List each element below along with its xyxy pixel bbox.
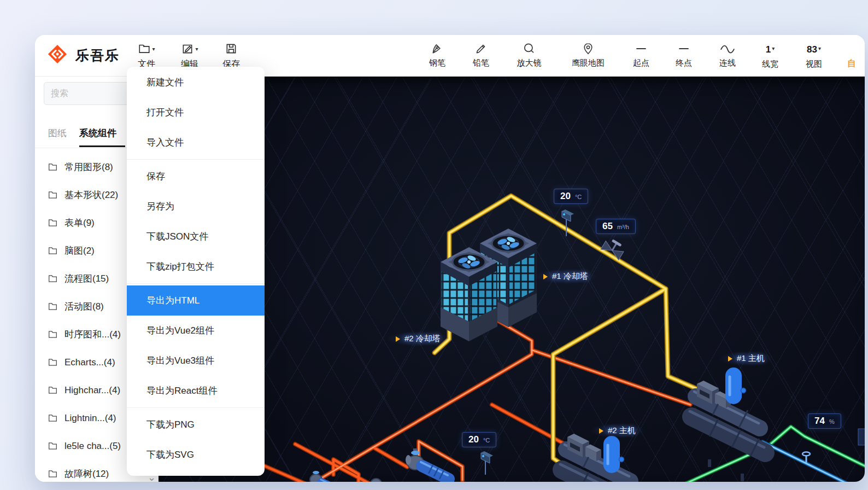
menu-item-new-file[interactable]: 新建文件 <box>127 67 265 97</box>
menu-item-download-zip[interactable]: 下载zip打包文件 <box>127 252 265 282</box>
tag-cooling-tower-2[interactable]: #2 冷却塔 <box>387 331 449 346</box>
folder-icon <box>48 302 57 311</box>
brand[interactable]: 乐吾乐 <box>47 44 120 67</box>
category-label: 故障树(12) <box>64 468 109 480</box>
menu-item-export-react[interactable]: 导出为React组件 <box>127 376 265 406</box>
category-label: 基本形状(22) <box>64 189 118 201</box>
menu-item-download-png[interactable]: 下载为PNG <box>127 410 265 440</box>
tag-chiller-1[interactable]: #1 主机 <box>719 351 773 366</box>
folder-icon <box>48 442 57 450</box>
folder-icon <box>48 219 57 227</box>
pipe-blue[interactable] <box>763 442 865 482</box>
tag-label: #1 主机 <box>737 353 765 364</box>
temp-chip-1[interactable]: 20 °C <box>554 189 588 204</box>
tool-view-label: 视图 <box>806 59 822 69</box>
folder-icon: ▾ <box>138 40 155 57</box>
category-label: le5le cha...(5) <box>64 441 121 452</box>
cooling-tower-2[interactable]: 乐吾乐 <box>441 247 497 341</box>
menu-edit[interactable]: ▾ 编辑 <box>169 40 210 70</box>
tool-start-label: 起点 <box>633 58 649 68</box>
tool-minimap[interactable]: 鹰眼地图 <box>572 40 605 68</box>
tool-pencil-label: 铅笔 <box>473 58 489 68</box>
pencil-icon <box>473 40 489 57</box>
percent-chip[interactable]: 74 % <box>808 413 841 429</box>
chip-value: 20 <box>468 434 479 445</box>
menu-save[interactable]: 保存 <box>210 40 252 70</box>
line-width-value: 1 <box>766 44 771 55</box>
tool-line-width-label: 线宽 <box>762 59 778 69</box>
tool-pencil[interactable]: 铅笔 <box>473 40 489 68</box>
chip-unit: % <box>829 418 835 425</box>
chiller-2[interactable] <box>560 434 636 482</box>
tool-connect-line[interactable]: 连线 <box>719 40 736 68</box>
category-label: Echarts...(4) <box>64 357 115 368</box>
edit-icon: ▾ <box>181 40 198 57</box>
tool-line-width[interactable]: 1▾ 线宽 <box>762 40 778 69</box>
tab-system-components[interactable]: 系统组件 <box>79 127 116 139</box>
category-label: 时序图和...(4) <box>64 328 121 341</box>
folder-icon <box>48 330 57 339</box>
tag-label: #1 冷却塔 <box>552 271 588 282</box>
edge-equipment[interactable] <box>858 429 865 445</box>
view-count-value: 83 <box>807 44 817 55</box>
le5le-logo-icon <box>47 44 68 67</box>
menu-item-download-json[interactable]: 下载JSON文件 <box>127 221 265 252</box>
temp-chip-2[interactable]: 20 °C <box>462 432 496 447</box>
chip-value: 65 <box>602 221 613 232</box>
tag-label: #2 冷却塔 <box>404 334 441 344</box>
floppy-icon <box>225 40 238 57</box>
menu-item-export-vue3[interactable]: 导出为Vue3组件 <box>127 346 265 376</box>
tag-cooling-tower-1[interactable]: #1 冷却塔 <box>535 269 597 284</box>
menu-file[interactable]: ▾ 文件 <box>126 40 167 70</box>
folder-icon <box>48 414 57 422</box>
dash-icon <box>633 40 649 57</box>
watermark: 乐吾乐 <box>454 303 483 314</box>
chip-unit: °C <box>575 194 582 200</box>
folder-icon <box>48 470 57 478</box>
pen-icon <box>429 40 445 57</box>
menu-item-save-as[interactable]: 另存为 <box>127 191 265 221</box>
magnifier-icon <box>517 40 542 57</box>
tool-end-label: 终点 <box>676 58 692 68</box>
category-label: 流程图(15) <box>64 272 109 285</box>
folder-icon <box>48 247 57 255</box>
tag-label: #2 主机 <box>608 425 636 436</box>
menu-item-open-file[interactable]: 打开文件 <box>127 97 265 127</box>
category-label: Highchar...(4) <box>64 385 120 396</box>
category-label: 活动图(8) <box>64 300 104 313</box>
wave-icon <box>719 40 736 57</box>
folder-icon <box>48 358 57 366</box>
triangle-icon <box>543 274 548 279</box>
category-label: Lightnin...(4) <box>64 413 116 424</box>
tab-drawings[interactable]: 图纸 <box>48 127 67 139</box>
menu-divider <box>127 407 265 408</box>
map-pin-icon <box>572 40 605 57</box>
category-label: 常用图形(8) <box>64 161 113 173</box>
folder-icon <box>48 191 57 199</box>
tool-end-point[interactable]: 终点 <box>676 40 692 68</box>
tag-chiller-2[interactable]: #2 主机 <box>590 423 644 438</box>
menu-item-export-vue2[interactable]: 导出为Vue2组件 <box>127 316 265 346</box>
brand-name: 乐吾乐 <box>75 46 120 65</box>
tool-pen[interactable]: 钢笔 <box>429 40 445 68</box>
tool-magnifier-label: 放大镜 <box>517 58 542 68</box>
triangle-icon <box>396 336 400 342</box>
auto-save-indicator[interactable]: 自 <box>847 58 856 69</box>
sensor-temperature-2[interactable] <box>481 451 493 475</box>
tool-magnifier[interactable]: 放大镜 <box>517 40 542 68</box>
flow-chip[interactable]: 65 m³/h <box>596 219 636 234</box>
menu-item-import-file[interactable]: 导入文件 <box>127 127 265 158</box>
menu-divider <box>127 159 265 160</box>
tool-pen-label: 钢笔 <box>429 58 445 68</box>
category-label: 表单(9) <box>64 217 95 229</box>
menu-item-download-svg[interactable]: 下载为SVG <box>127 440 265 470</box>
pump-3[interactable] <box>371 479 397 482</box>
file-dropdown-menu: 新建文件 打开文件 导入文件 保存 另存为 下载JSON文件 下载zip打包文件… <box>127 67 265 476</box>
tool-view[interactable]: 83▾ 视图 <box>806 40 822 69</box>
triangle-icon <box>728 356 732 361</box>
menu-item-export-html[interactable]: 导出为HTML <box>127 285 265 316</box>
tool-start-point[interactable]: 起点 <box>633 40 649 68</box>
chip-value: 74 <box>814 416 825 427</box>
menu-item-save[interactable]: 保存 <box>127 161 265 191</box>
menu-divider <box>127 283 265 284</box>
